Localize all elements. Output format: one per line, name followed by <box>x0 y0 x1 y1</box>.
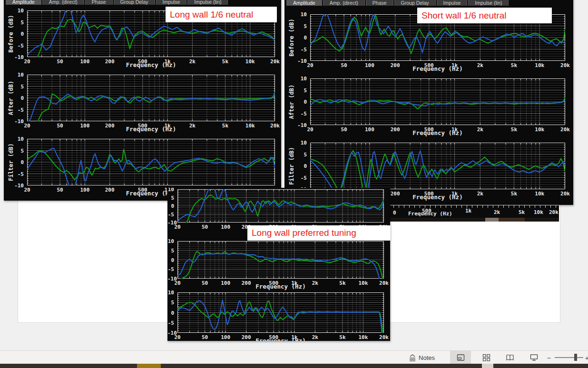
x-tick-label: 50 <box>49 58 70 65</box>
axis-label-frequency: Frequency (Hz) <box>408 211 452 217</box>
tab-amplitude[interactable]: Amplitude <box>286 0 322 6</box>
x-tick-label: 20 <box>17 187 38 193</box>
x-tick-label: 5k <box>503 191 524 197</box>
y-tick-label: 10 <box>284 140 307 146</box>
status-bar: Notes − + <box>0 350 588 364</box>
plot-filter <box>310 143 565 189</box>
y-tick-label: 10 <box>167 290 174 296</box>
tab-group-delay[interactable]: Group Delay <box>114 0 155 5</box>
x-tick-label: 200 <box>99 187 120 193</box>
x-tick-label: 200 <box>99 123 120 129</box>
x-tick-label: 2k <box>182 123 203 129</box>
zoom-slider-track[interactable] <box>555 357 583 358</box>
x-tick-label: 200 <box>385 126 406 133</box>
x-tick-label: 5k <box>503 126 524 133</box>
x-axis-label: Frequency (Hz) <box>118 126 185 133</box>
y-tick-label: 0 <box>167 257 174 263</box>
tab-phase[interactable]: Phase <box>366 0 393 6</box>
axis-tick-label: 20k <box>549 209 559 215</box>
x-tick-label: 100 <box>215 280 236 286</box>
x-tick-label: 20k <box>555 126 573 133</box>
x-tick-label: 50 <box>195 280 216 286</box>
x-tick-label: 20 <box>300 126 321 133</box>
x-tick-label: 10k <box>353 280 373 286</box>
tab-impulse[interactable]: Impulse <box>437 0 468 6</box>
taskbar-edge <box>0 364 588 368</box>
zoom-out-glyph: − <box>547 354 551 362</box>
y-tick-label: 10 <box>167 238 174 244</box>
y-tick-label: 5 <box>167 195 174 201</box>
zoom-slider[interactable] <box>555 351 583 364</box>
tab-bar: AmplitudeAmp. (direct)PhaseGroup DelayIm… <box>286 0 509 6</box>
tab-impulse-lin[interactable]: Impulse (lin) <box>187 0 228 5</box>
plot-before <box>177 189 384 223</box>
x-tick-label: 5k <box>332 280 353 286</box>
plot-filter <box>177 292 384 333</box>
normal-view-button[interactable] <box>450 351 471 364</box>
x-tick-label: 20k <box>373 334 390 340</box>
slide-sorter-icon <box>482 354 490 361</box>
taskbar-accent-light <box>482 364 493 368</box>
x-tick-label: 50 <box>49 187 70 193</box>
y-tick-label: 0 <box>167 310 174 316</box>
annotation-long-wall-preferred[interactable]: Long wall preferred tuning <box>247 225 391 241</box>
annotation-short-wall-neutral[interactable]: Short wall 1/6 neutral <box>417 8 552 23</box>
zoom-in-button[interactable]: + <box>584 351 588 364</box>
annotation-text: Short wall 1/6 neutral <box>421 10 507 21</box>
tab-impulse-lin[interactable]: Impulse (lin) <box>468 0 509 6</box>
tab-amplitude[interactable]: Amplitude <box>6 0 41 5</box>
measurement-screenshot-long-wall-neutral: AmplitudeAmp. (direct)PhaseGroup DelayIm… <box>4 0 281 201</box>
y-tick-label: 5 <box>167 248 174 254</box>
tab-amp-direct[interactable]: Amp. (direct) <box>323 0 365 6</box>
tab-phase[interactable]: Phase <box>85 0 113 5</box>
plot-after <box>177 241 384 279</box>
x-tick-label: 50 <box>195 334 216 340</box>
x-tick-label: 5k <box>215 58 235 65</box>
x-tick-label: 20k <box>265 123 281 129</box>
x-axis-label: Frequency (Hz) <box>118 61 185 68</box>
measurement-screenshot-long-wall-preferred: 1050-5-1020501002005001k2k5k10k20kFreque… <box>167 188 390 341</box>
y-axis-label: Filter (dB) <box>8 143 14 181</box>
tab-amp-direct[interactable]: Amp. (direct) <box>42 0 84 5</box>
x-tick-label: 100 <box>215 334 236 340</box>
tab-bar: AmplitudeAmp. (direct)PhaseGroup DelayIm… <box>6 0 228 5</box>
axis-tick-label: 10k <box>534 209 543 215</box>
reading-view-icon <box>506 354 514 361</box>
annotation-text: Long wall 1/6 neutral <box>170 10 253 20</box>
y-tick-label: 5 <box>167 300 174 306</box>
notes-button[interactable]: Notes <box>404 351 439 364</box>
y-axis-label: After (dB) <box>288 85 295 119</box>
tab-impulse[interactable]: Impulse <box>156 0 187 5</box>
x-tick-label: 20 <box>167 334 188 340</box>
x-tick-label: 20k <box>555 191 573 197</box>
slide-sorter-button[interactable] <box>476 351 497 364</box>
x-tick-label: 5k <box>503 62 524 68</box>
slide-show-button[interactable] <box>523 351 544 364</box>
powerpoint-window: { "annotations": { "color": "#e8231d", "… <box>0 0 588 368</box>
reading-view-button[interactable] <box>500 351 520 364</box>
tab-group-delay[interactable]: Group Delay <box>394 0 436 6</box>
x-tick-label: 10k <box>240 58 261 65</box>
measurement-screenshot-short-wall-neutral: AmplitudeAmp. (direct)PhaseGroup DelayIm… <box>284 0 573 205</box>
x-axis-label: Frequency (Hz) <box>404 129 471 136</box>
x-tick-label: 100 <box>215 224 236 230</box>
x-tick-label: 10k <box>529 126 550 133</box>
y-axis-label: Filter (dB) <box>288 147 295 184</box>
slide-show-icon <box>530 354 538 361</box>
zoom-slider-handle[interactable] <box>574 354 577 361</box>
x-tick-label: 10k <box>529 62 550 68</box>
x-tick-label: 50 <box>49 123 70 129</box>
y-tick-label: 0 <box>167 203 174 209</box>
annotation-long-wall-neutral[interactable]: Long wall 1/6 neutral <box>166 7 277 22</box>
x-tick-label: 100 <box>74 58 95 65</box>
x-tick-label: 20 <box>17 58 38 65</box>
x-tick-label: 2k <box>470 191 490 197</box>
x-tick-label: 2k <box>470 126 490 133</box>
axis-tick-label: 2k <box>494 209 500 215</box>
y-tick-label: 10 <box>4 136 24 142</box>
zoom-out-button[interactable]: − <box>545 351 553 364</box>
x-tick-label: 200 <box>99 58 120 65</box>
x-tick-label: 50 <box>195 224 216 230</box>
x-tick-label: 20 <box>300 62 321 68</box>
x-tick-label: 5k <box>215 123 235 129</box>
